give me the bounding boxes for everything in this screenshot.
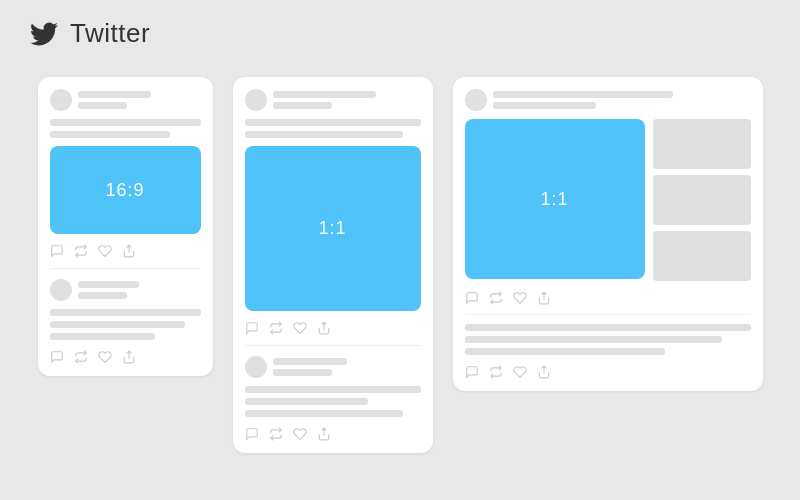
tweet-header-lines-2 bbox=[78, 281, 201, 299]
image-1-1-wide: 1:1 bbox=[465, 119, 645, 279]
like-icon-m2[interactable] bbox=[293, 427, 307, 441]
actions-m1 bbox=[245, 319, 421, 335]
sidebar-rect-2 bbox=[653, 175, 751, 225]
skeleton-text bbox=[465, 324, 751, 331]
skeleton-name bbox=[273, 358, 347, 365]
comment-icon[interactable] bbox=[50, 244, 64, 258]
header: Twitter bbox=[0, 0, 800, 67]
image-label: 1:1 bbox=[318, 218, 346, 239]
wide-sidebar bbox=[653, 119, 751, 281]
image-label: 16:9 bbox=[105, 180, 144, 201]
image-16-9: 16:9 bbox=[50, 146, 201, 234]
tweet-header-2 bbox=[50, 279, 201, 301]
skeleton-text bbox=[245, 410, 403, 417]
skeleton-handle bbox=[493, 102, 596, 109]
like-icon-w1[interactable] bbox=[513, 291, 527, 305]
divider-w bbox=[465, 314, 751, 315]
skeleton-handle bbox=[78, 102, 127, 109]
share-icon-m2[interactable] bbox=[317, 427, 331, 441]
card-mobile: 16:9 bbox=[38, 77, 213, 376]
tweet-header-m2 bbox=[245, 356, 421, 378]
like-icon-m1[interactable] bbox=[293, 321, 307, 335]
tweet-header-lines-1 bbox=[78, 91, 201, 109]
comment-icon-m2[interactable] bbox=[245, 427, 259, 441]
skeleton-handle bbox=[273, 369, 332, 376]
comment-icon-w1[interactable] bbox=[465, 291, 479, 305]
retweet-icon[interactable] bbox=[74, 244, 88, 258]
skeleton-name bbox=[78, 281, 140, 288]
divider bbox=[50, 268, 201, 269]
comment-icon-m1[interactable] bbox=[245, 321, 259, 335]
actions-w2 bbox=[465, 363, 751, 379]
tweet-text-2 bbox=[50, 309, 201, 340]
avatar-2 bbox=[50, 279, 72, 301]
image-1-1-medium: 1:1 bbox=[245, 146, 421, 311]
actions-1 bbox=[50, 242, 201, 258]
sidebar-rect-1 bbox=[653, 119, 751, 169]
avatar-m2 bbox=[245, 356, 267, 378]
share-icon-w2[interactable] bbox=[537, 365, 551, 379]
share-icon[interactable] bbox=[122, 244, 136, 258]
avatar-m1 bbox=[245, 89, 267, 111]
twitter-bird-icon bbox=[30, 20, 58, 48]
app-title: Twitter bbox=[70, 18, 150, 49]
card-wide: 1:1 bbox=[453, 77, 763, 391]
image-label: 1:1 bbox=[540, 189, 568, 210]
skeleton-text bbox=[245, 386, 421, 393]
tweet-header-w1 bbox=[465, 89, 751, 111]
skeleton-text bbox=[50, 321, 186, 328]
skeleton-text bbox=[245, 398, 368, 405]
retweet-icon-m2[interactable] bbox=[269, 427, 283, 441]
skeleton-text bbox=[245, 119, 421, 126]
tweet-header-lines-m2 bbox=[273, 358, 421, 376]
card-medium: 1:1 bbox=[233, 77, 433, 453]
share-icon-2[interactable] bbox=[122, 350, 136, 364]
skeleton-text bbox=[465, 348, 665, 355]
retweet-icon-2[interactable] bbox=[74, 350, 88, 364]
skeleton-name bbox=[493, 91, 674, 98]
share-icon-m1[interactable] bbox=[317, 321, 331, 335]
skeleton-text bbox=[465, 336, 722, 343]
skeleton-text bbox=[245, 131, 403, 138]
skeleton-text bbox=[50, 309, 201, 316]
skeleton-text bbox=[50, 119, 201, 126]
like-icon[interactable] bbox=[98, 244, 112, 258]
actions-m2 bbox=[245, 425, 421, 441]
skeleton-text bbox=[50, 131, 171, 138]
like-icon-2[interactable] bbox=[98, 350, 112, 364]
skeleton-handle bbox=[78, 292, 127, 299]
tweet-text-m2 bbox=[245, 386, 421, 417]
tweet-header-lines-m1 bbox=[273, 91, 421, 109]
comment-icon-w2[interactable] bbox=[465, 365, 479, 379]
retweet-icon-w1[interactable] bbox=[489, 291, 503, 305]
comment-icon-2[interactable] bbox=[50, 350, 64, 364]
like-icon-w2[interactable] bbox=[513, 365, 527, 379]
divider-m bbox=[245, 345, 421, 346]
tweet-text-m1 bbox=[245, 119, 421, 138]
retweet-icon-w2[interactable] bbox=[489, 365, 503, 379]
skeleton-name bbox=[273, 91, 377, 98]
tweet-header-1 bbox=[50, 89, 201, 111]
tweet-header-m1 bbox=[245, 89, 421, 111]
avatar-w1 bbox=[465, 89, 487, 111]
sidebar-rect-3 bbox=[653, 231, 751, 281]
skeleton-name bbox=[78, 91, 152, 98]
cards-container: 16:9 bbox=[0, 67, 800, 500]
avatar-1 bbox=[50, 89, 72, 111]
tweet-text-1 bbox=[50, 119, 201, 138]
tweet-text-w2 bbox=[465, 324, 751, 355]
actions-2 bbox=[50, 348, 201, 364]
skeleton-text bbox=[50, 333, 156, 340]
tweet-header-lines-w1 bbox=[493, 91, 751, 109]
skeleton-handle bbox=[273, 102, 332, 109]
actions-w1 bbox=[465, 289, 751, 305]
retweet-icon-m1[interactable] bbox=[269, 321, 283, 335]
wide-content: 1:1 bbox=[465, 119, 751, 281]
share-icon-w1[interactable] bbox=[537, 291, 551, 305]
